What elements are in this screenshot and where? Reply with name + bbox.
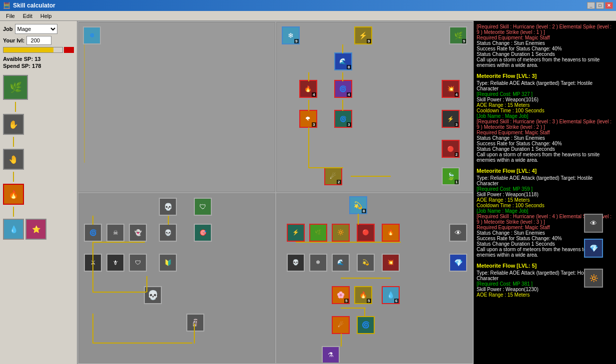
q3-row2-4[interactable]: 💀: [159, 224, 177, 242]
left-skill-icons: 🌿 ✋ 🤚 🔥: [3, 73, 74, 240]
connector-v1: [15, 102, 16, 112]
desc-type-2: Type: Reliable AOE Attack (targetted) Ta…: [477, 80, 613, 91]
desc-range-3: AOE Range : 15 Meters: [477, 197, 613, 203]
q4-r4-2[interactable]: 🔥 5: [354, 286, 372, 304]
q4-r4-1[interactable]: 🌸 5: [332, 286, 350, 304]
desc-cooldown-3: Cooldown Time : 100 Seconds: [477, 203, 613, 208]
q4-r2-1[interactable]: ⚡: [287, 224, 305, 242]
q4-side2[interactable]: 💎: [449, 254, 467, 272]
q4-top[interactable]: 💫 8: [349, 196, 367, 214]
q2-fire2[interactable]: 💥 4: [442, 80, 460, 98]
q4-r3-5[interactable]: 💥: [382, 254, 400, 272]
q2-top-left[interactable]: ❄ 9: [282, 26, 300, 44]
skill-name-lvl4: Meteorite Flow [LVL: 4]: [477, 168, 613, 174]
q2-icon43[interactable]: ⚡ 3: [442, 110, 460, 128]
right-icon3[interactable]: 🔆: [584, 269, 603, 288]
q3-row2-3[interactable]: 👻: [129, 224, 147, 242]
connector-v2: [13, 137, 14, 147]
desc-duration-1: Status Change Duration 1 Seconds: [477, 51, 613, 57]
minimize-button[interactable]: _: [587, 2, 595, 9]
menu-edit[interactable]: Edit: [19, 12, 36, 20]
q2-icon51[interactable]: 🔴 2: [442, 140, 460, 158]
desc-type-3: Type: Reliable AOE Attack (targetted) Ta…: [477, 175, 613, 186]
quadrant-bottom-left: 💀 🛡 🌀 ☠ 👻 💀 🎯 ⚔: [78, 193, 275, 364]
skill-icon-star[interactable]: ⭐: [25, 219, 46, 240]
q3-top2[interactable]: 🛡: [194, 198, 212, 216]
right-icon2[interactable]: 💎: [584, 239, 603, 258]
q3-conn5: [146, 276, 147, 292]
q3-row3-2[interactable]: 🗡: [106, 254, 124, 272]
menu-file[interactable]: File: [2, 12, 19, 20]
desc-duration-2: Status Change Duration 1 Seconds: [477, 146, 613, 152]
right-panel: [Required Skill : Hurricane (level : 2 )…: [474, 21, 616, 364]
sp-bar-fill: [3, 47, 53, 52]
desc-block-2: Type: Reliable AOE Attack (targetted) Ta…: [477, 80, 613, 163]
q3-top1[interactable]: 💀: [159, 198, 177, 216]
job-label: Job: [3, 26, 13, 32]
q4-r3-3[interactable]: 🌊: [332, 254, 350, 272]
q3-row2-2[interactable]: ☠: [106, 224, 124, 242]
q3-bottom[interactable]: 🗿: [186, 314, 204, 332]
close-button[interactable]: ✕: [605, 2, 613, 9]
q2-meteor2[interactable]: 🍃 1: [442, 167, 460, 185]
job-row: Job Mage: [3, 24, 74, 34]
q2-meteor[interactable]: ☄ 2: [324, 167, 342, 185]
conn-h2: [351, 176, 391, 177]
available-sp: Avaible SP: 13: [3, 56, 74, 62]
desc-range-2: AOE Range : 15 Meters: [477, 102, 613, 108]
q4-r3-2[interactable]: ❄: [309, 254, 327, 272]
q2-storm[interactable]: 🌊 8: [334, 52, 352, 70]
center-area: 🌀 ❄ 9 ⚡ 9 🌿 9 🌊 8: [77, 21, 474, 364]
skill-icon-hand1[interactable]: ✋: [3, 114, 24, 135]
q4-vbottom[interactable]: ⚗: [322, 346, 340, 364]
q3-conn2: [92, 242, 145, 243]
q3-row2-5[interactable]: 🎯: [194, 224, 212, 242]
skill-icon-fire[interactable]: 🔥: [3, 184, 24, 205]
q4-r2-4[interactable]: 🔴: [357, 224, 375, 242]
q4-r2-2[interactable]: 🌿: [309, 224, 327, 242]
menu-bar: File Edit Help: [0, 11, 616, 21]
skill-name-lvl3: Meteorite Flow [LVL: 3]: [477, 73, 613, 79]
conn-v1: [342, 44, 343, 53]
q4-side1[interactable]: 👁: [449, 224, 467, 242]
menu-help[interactable]: Help: [36, 12, 56, 20]
desc-req-equip-1: Required Equipment: Magic Staff: [477, 35, 613, 40]
q4-r4-3[interactable]: 💧 6: [382, 286, 400, 304]
conn-v6: [308, 127, 309, 168]
skill-icon-water[interactable]: 💧: [3, 219, 24, 240]
q4-bottom1[interactable]: ☄: [332, 316, 350, 334]
quadrant-top-right: ❄ 9 ⚡ 9 🌿 9 🌊 8 🔥 4: [276, 22, 473, 192]
skill-icon-hand2[interactable]: 🤚: [3, 149, 24, 170]
q2-fire1[interactable]: 🔥 4: [299, 80, 317, 98]
q3-row3-3[interactable]: 🛡: [129, 254, 147, 272]
desc-flavor-1: Call upon a storm of meteors from the he…: [477, 57, 613, 68]
q3-conn8: [92, 343, 192, 344]
q2-icon42[interactable]: 🌀 3: [334, 110, 352, 128]
q3-row2-1[interactable]: 🌀: [84, 224, 102, 242]
left-panel: Job Mage Your lvl: Avaible SP: 13 Spend …: [0, 21, 77, 364]
q2-top-center[interactable]: ⚡ 9: [354, 26, 372, 44]
maximize-button[interactable]: □: [596, 2, 604, 9]
right-icon1[interactable]: 👁: [584, 214, 603, 233]
q2-icon41[interactable]: 🌪 3: [299, 110, 317, 128]
q3-row3-4[interactable]: 🔰: [159, 254, 177, 272]
q2-top-right-nature[interactable]: 🌿 9: [449, 26, 467, 44]
desc-cost-3: [Required Cost: MP 359 ]: [477, 186, 613, 192]
q4-r2-5[interactable]: 🔥: [382, 224, 400, 242]
desc-req-skill-1: [Required Skill : Hurricane (level : 2 )…: [477, 24, 613, 35]
desc-status-2: Status Change : Stun Enemies: [477, 135, 613, 141]
q4-r3-1[interactable]: 💀: [287, 254, 305, 272]
desc-cooldown-2: Cooldown Time : 100 Seconds: [477, 108, 613, 113]
spend-sp: Spend SP: 178: [3, 63, 74, 69]
right-panel-inner: [Required Skill : Hurricane (level : 2 )…: [477, 24, 613, 298]
job-select[interactable]: Mage: [15, 24, 57, 34]
q3-conn3: [92, 242, 93, 292]
q4-r2-3[interactable]: 🔆: [332, 224, 350, 242]
q1-icon1[interactable]: 🌀: [83, 26, 101, 44]
window-title: Skill calculator: [13, 2, 55, 9]
q4-bottom2[interactable]: 🌀: [357, 316, 375, 334]
skill-icon-nature[interactable]: 🌿: [3, 75, 28, 100]
q2-vortex[interactable]: 🌀 4: [334, 80, 352, 98]
q4-r3-4[interactable]: 💫: [357, 254, 375, 272]
lvl-input[interactable]: [26, 36, 51, 45]
